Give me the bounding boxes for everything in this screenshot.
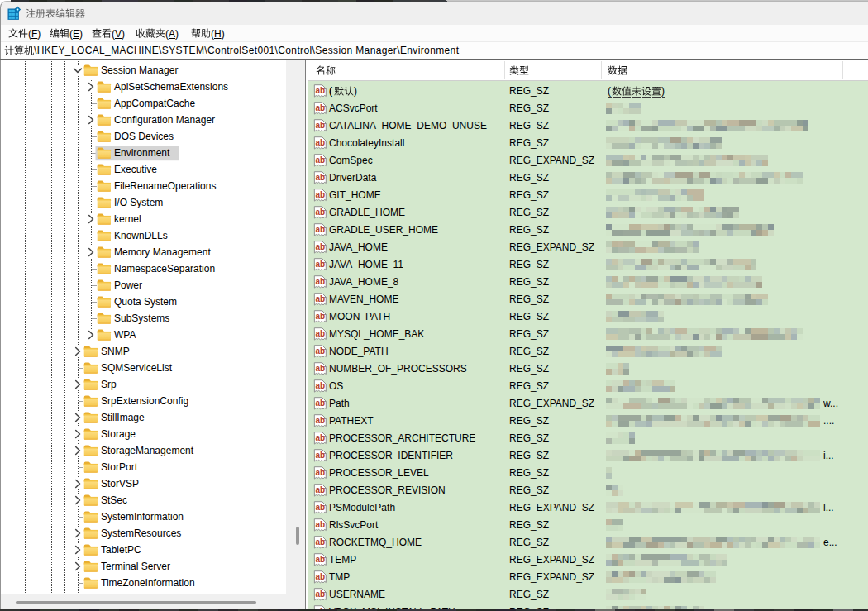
svg-text:ab: ab <box>315 364 325 373</box>
svg-text:ab: ab <box>315 260 325 269</box>
svg-text:ab: ab <box>315 485 325 494</box>
svg-text:ab: ab <box>315 399 325 408</box>
svg-text:ab: ab <box>315 451 325 460</box>
svg-text:ab: ab <box>315 555 325 564</box>
svg-text:ab: ab <box>315 433 325 442</box>
svg-text:ab: ab <box>315 86 325 95</box>
svg-text:ab: ab <box>315 155 325 165</box>
svg-text:ab: ab <box>315 416 325 425</box>
svg-text:ab: ab <box>315 277 325 286</box>
svg-text:ab: ab <box>315 329 325 338</box>
svg-text:ab: ab <box>315 537 325 547</box>
svg-text:ab: ab <box>315 346 325 356</box>
svg-text:ab: ab <box>315 572 325 581</box>
svg-text:ab: ab <box>315 468 325 477</box>
svg-text:ab: ab <box>315 242 325 251</box>
svg-text:ab: ab <box>315 520 325 529</box>
svg-text:ab: ab <box>315 225 325 234</box>
svg-text:ab: ab <box>315 381 325 390</box>
svg-text:ab: ab <box>315 138 325 147</box>
svg-text:ab: ab <box>315 590 325 599</box>
svg-text:ab: ab <box>315 103 325 112</box>
svg-text:ab: ab <box>315 294 325 303</box>
svg-text:ab: ab <box>315 190 325 199</box>
svg-text:ab: ab <box>315 503 325 512</box>
svg-text:ab: ab <box>315 173 325 182</box>
svg-text:ab: ab <box>315 121 325 130</box>
svg-text:ab: ab <box>315 312 325 321</box>
svg-text:ab: ab <box>315 208 325 217</box>
